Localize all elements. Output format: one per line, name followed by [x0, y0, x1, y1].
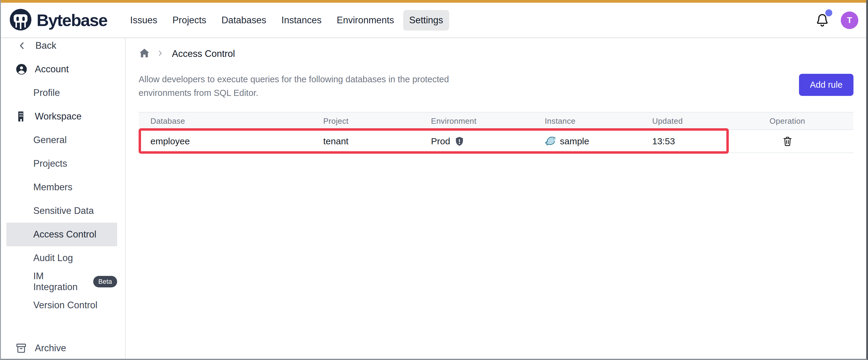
building-icon: [16, 110, 28, 123]
add-rule-button[interactable]: Add rule: [799, 74, 854, 96]
description-row: Allow developers to execute queries for …: [138, 73, 854, 100]
main-content: Access Control Allow developers to execu…: [126, 38, 866, 359]
breadcrumb-current: Access Control: [172, 48, 235, 59]
nav-databases[interactable]: Databases: [216, 10, 272, 31]
sidebar-item-access-control[interactable]: Access Control: [6, 223, 117, 246]
sidebar-item-sensitive-data[interactable]: Sensitive Data: [6, 199, 117, 223]
im-integration-label: IM Integration: [33, 271, 88, 293]
user-circle-icon: [16, 63, 28, 75]
col-header-project: Project: [311, 117, 419, 126]
nav-issues[interactable]: Issues: [124, 10, 163, 31]
col-header-operation: Operation: [748, 117, 854, 126]
breadcrumb-chevron-icon: [156, 49, 164, 58]
home-icon[interactable]: [138, 47, 150, 60]
workspace-section-label: Workspace: [35, 111, 82, 122]
cell-instance: sample: [533, 136, 641, 146]
sidebar-item-version-control[interactable]: Version Control: [6, 293, 117, 317]
avatar[interactable]: T: [841, 11, 858, 29]
sidebar-item-profile[interactable]: Profile: [6, 81, 117, 105]
beta-badge: Beta: [93, 276, 117, 287]
sidebar-item-archive[interactable]: Archive: [16, 342, 66, 354]
cell-operation: [748, 136, 854, 147]
col-header-environment: Environment: [419, 117, 533, 126]
col-header-database: Database: [138, 117, 311, 126]
bytebase-logo-icon: [9, 8, 32, 33]
breadcrumb: Access Control: [138, 47, 854, 61]
page-body: Back Account Profile: [1, 38, 866, 359]
bell-icon: [815, 23, 829, 28]
nav-projects[interactable]: Projects: [166, 10, 213, 31]
settings-sidebar: Back Account Profile: [1, 38, 126, 359]
sidebar-item-audit-log[interactable]: Audit Log: [6, 246, 117, 270]
bytebase-logo[interactable]: Bytebase: [9, 8, 107, 33]
brand-name: Bytebase: [37, 10, 107, 30]
sidebar-item-im-integration[interactable]: IM Integration Beta: [6, 270, 117, 293]
trash-icon: [782, 136, 793, 147]
sidebar-item-general[interactable]: General: [6, 128, 117, 152]
table-row: employee tenant Prod sa: [138, 130, 854, 153]
instance-label: sample: [560, 136, 589, 146]
environment-label: Prod: [431, 136, 450, 146]
delete-rule-button[interactable]: [782, 136, 793, 147]
shield-exclamation-icon: [454, 136, 465, 146]
page-description: Allow developers to execute queries for …: [138, 73, 484, 100]
sidebar-back-button[interactable]: Back: [1, 38, 125, 58]
header-right: T: [815, 11, 858, 29]
access-control-table: Database Project Environment Instance Up…: [138, 112, 854, 153]
col-header-instance: Instance: [533, 117, 641, 126]
nav-environments[interactable]: Environments: [331, 10, 400, 31]
notification-dot: [825, 9, 832, 17]
cell-updated: 13:53: [641, 136, 748, 146]
top-navbar: Bytebase Issues Projects Databases Insta…: [1, 3, 866, 38]
nav-settings[interactable]: Settings: [403, 10, 449, 31]
nav-instances[interactable]: Instances: [275, 10, 328, 31]
back-label: Back: [35, 40, 56, 51]
cell-project: tenant: [311, 136, 419, 146]
cell-database: employee: [138, 136, 311, 146]
top-accent-bar: [1, 0, 866, 3]
chevron-left-icon: [16, 41, 28, 51]
sidebar-section-account: Account: [1, 58, 125, 81]
sidebar-item-members[interactable]: Members: [6, 175, 117, 199]
notification-bell-button[interactable]: [815, 13, 829, 28]
col-header-updated: Updated: [641, 117, 748, 126]
archive-label: Archive: [35, 343, 66, 354]
sidebar-item-projects[interactable]: Projects: [6, 152, 117, 175]
mysql-dolphin-icon: [545, 136, 556, 146]
sidebar-section-workspace: Workspace: [1, 105, 125, 128]
cell-environment: Prod: [419, 136, 533, 146]
account-section-label: Account: [35, 64, 69, 75]
table-header-row: Database Project Environment Instance Up…: [138, 112, 854, 130]
main-nav: Issues Projects Databases Instances Envi…: [124, 10, 449, 31]
archive-box-icon: [16, 342, 28, 354]
